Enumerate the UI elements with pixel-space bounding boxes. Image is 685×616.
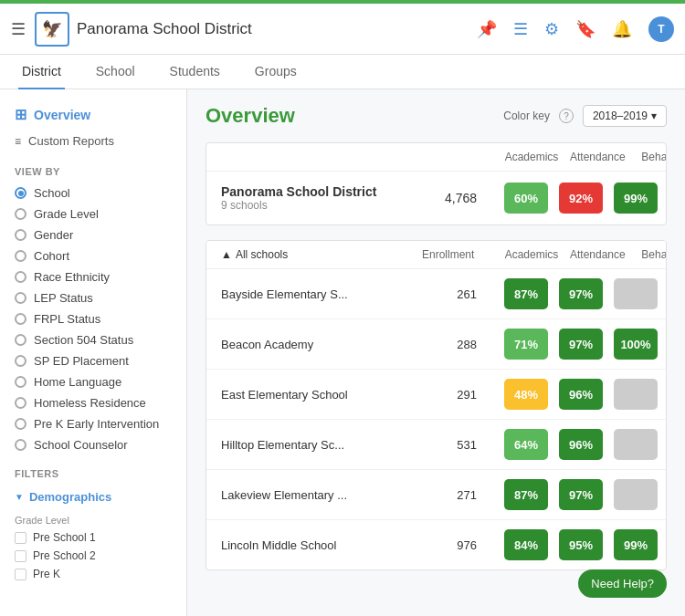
radio-frpl-status[interactable]: [15, 313, 26, 325]
sidebar-item-lep-status[interactable]: LEP Status: [0, 287, 186, 308]
checkbox-preschool1-box[interactable]: [15, 532, 26, 544]
radio-cohort[interactable]: [15, 250, 26, 262]
sidebar-item-504-status[interactable]: Section 504 Status: [0, 329, 186, 350]
th-behavior: Behavior: [636, 248, 667, 261]
app-title: Panorama School District: [77, 20, 252, 38]
filter-icon[interactable]: ☰: [513, 19, 528, 39]
avatar[interactable]: T: [648, 16, 674, 42]
demographics-label: Demographics: [29, 490, 111, 504]
table-row[interactable]: Beacon Academy 288 71% 97% 100% 49%: [206, 319, 666, 370]
bookmark-icon[interactable]: 🔖: [575, 19, 595, 39]
badge-attendance: 96%: [559, 379, 603, 410]
sidebar-item-frpl-status[interactable]: FRPL Status: [0, 308, 186, 329]
radio-prek-early-intervention[interactable]: [15, 418, 26, 430]
sidebar-item-sped-placement[interactable]: SP ED Placement: [0, 350, 186, 371]
badge-attendance: 97%: [559, 278, 603, 309]
tab-school[interactable]: School: [92, 55, 139, 89]
school-enrollment: 261: [422, 287, 504, 301]
label-cohort: Cohort: [34, 249, 69, 263]
schools-table: ▲ All schools Enrollment Academics Atten…: [206, 240, 667, 570]
sidebar: ⊞ Overview ≡ Custom Reports VIEW BY Scho…: [0, 89, 187, 616]
page-title: Overview: [206, 104, 295, 128]
sidebar-item-homeless-residence[interactable]: Homeless Residence: [0, 392, 186, 413]
overview-label: Overview: [34, 108, 90, 122]
district-academics-badge: 60%: [504, 183, 548, 214]
tab-groups[interactable]: Groups: [251, 55, 300, 89]
radio-home-language[interactable]: [15, 376, 26, 388]
color-key-help-icon[interactable]: ?: [559, 109, 574, 123]
radio-school-counselor[interactable]: [15, 439, 26, 451]
logo-box: 🦅: [35, 12, 69, 47]
badge-behavior: [614, 278, 658, 309]
checkbox-prek[interactable]: Pre K: [0, 565, 186, 583]
checkbox-preschool2[interactable]: Pre School 2: [0, 547, 186, 565]
hamburger-icon[interactable]: ☰: [11, 19, 26, 39]
district-behavior-badge: 99%: [614, 183, 658, 214]
sort-all-schools[interactable]: ▲ All schools: [221, 248, 422, 261]
checkbox-preschool2-box[interactable]: [15, 550, 26, 562]
radio-504-status[interactable]: [15, 334, 26, 346]
pin-icon[interactable]: 📌: [477, 19, 497, 39]
radio-sped-placement[interactable]: [15, 355, 26, 367]
table-row[interactable]: Lincoln Middle School 976 84% 95% 99% 85…: [206, 520, 666, 569]
sidebar-item-grade-level[interactable]: Grade Level: [0, 204, 186, 224]
checkbox-prek-box[interactable]: [15, 569, 26, 580]
row-badges: 71% 97% 100% 49%: [504, 329, 667, 360]
school-name: Lincoln Middle School: [221, 538, 422, 552]
school-name: East Elementary School: [221, 388, 422, 402]
main-header-right: Color key ? 2018–2019 ▾: [503, 105, 667, 127]
bell-icon[interactable]: 🔔: [612, 19, 632, 39]
logo-area: 🦅 Panorama School District: [35, 12, 252, 47]
label-race-ethnicity: Race Ethnicity: [34, 270, 110, 284]
tab-district[interactable]: District: [18, 55, 65, 89]
table-row[interactable]: East Elementary School 291 48% 96% 61%: [206, 370, 666, 420]
grade-level-filter-label: Grade Level: [0, 509, 186, 528]
main-header: Overview Color key ? 2018–2019 ▾: [206, 104, 667, 128]
table-row[interactable]: Bayside Elementary S... 261 87% 97% 60%: [206, 269, 666, 319]
school-enrollment: 976: [422, 538, 504, 552]
label-sped-placement: SP ED Placement: [34, 354, 129, 368]
label-preschool1: Pre School 1: [33, 531, 96, 544]
filters-label: FILTERS: [0, 455, 186, 485]
radio-homeless-residence[interactable]: [15, 397, 26, 409]
label-home-language: Home Language: [34, 375, 121, 389]
district-enrollment: 4,768: [422, 191, 504, 205]
col-header-academics: Academics: [504, 151, 559, 163]
year-label: 2018–2019: [593, 110, 648, 122]
custom-reports-label: Custom Reports: [28, 134, 114, 148]
row-badges: 87% 97%: [504, 479, 667, 510]
school-name: Beacon Academy: [221, 338, 422, 351]
radio-gender[interactable]: [15, 229, 26, 241]
badge-academics: 71%: [504, 329, 548, 360]
label-grade-level: Grade Level: [34, 207, 99, 221]
sidebar-item-school-counselor[interactable]: School Counselor: [0, 434, 186, 455]
sidebar-item-cohort[interactable]: Cohort: [0, 245, 186, 266]
table-row[interactable]: Lakeview Elementary ... 271 87% 97%: [206, 470, 666, 520]
table-row[interactable]: Hilltop Elementary Sc... 531 64% 96% 86%: [206, 420, 666, 470]
radio-grade-level[interactable]: [15, 208, 26, 220]
label-lep-status: LEP Status: [34, 291, 93, 305]
row-badges: 48% 96% 61%: [504, 379, 667, 410]
sidebar-item-prek-early-intervention[interactable]: Pre K Early Intervention: [0, 413, 186, 434]
radio-race-ethnicity[interactable]: [15, 271, 26, 283]
sidebar-item-gender[interactable]: Gender: [0, 224, 186, 245]
dropdown-chevron-icon: ▾: [651, 110, 657, 122]
tab-students[interactable]: Students: [166, 55, 224, 89]
sidebar-item-custom-reports[interactable]: ≡ Custom Reports: [0, 129, 186, 153]
demographics-filter-header[interactable]: ▼ Demographics: [0, 485, 186, 509]
school-name: Bayside Elementary S...: [221, 287, 422, 301]
sidebar-item-overview[interactable]: ⊞ Overview: [0, 100, 186, 129]
compare-icon[interactable]: ⚙: [544, 19, 559, 39]
year-dropdown[interactable]: 2018–2019 ▾: [583, 105, 667, 127]
badge-attendance: 96%: [559, 429, 603, 460]
need-help-button[interactable]: Need Help?: [578, 569, 667, 598]
radio-lep-status[interactable]: [15, 292, 26, 304]
checkbox-preschool1[interactable]: Pre School 1: [0, 528, 186, 547]
badge-academics: 84%: [504, 529, 548, 560]
top-icons: 📌 ☰ ⚙ 🔖 🔔 T: [477, 16, 674, 42]
school-enrollment: 291: [422, 388, 504, 402]
radio-school[interactable]: [15, 187, 26, 199]
sidebar-item-school[interactable]: School: [0, 183, 186, 204]
sidebar-item-race-ethnicity[interactable]: Race Ethnicity: [0, 266, 186, 287]
sidebar-item-home-language[interactable]: Home Language: [0, 371, 186, 392]
